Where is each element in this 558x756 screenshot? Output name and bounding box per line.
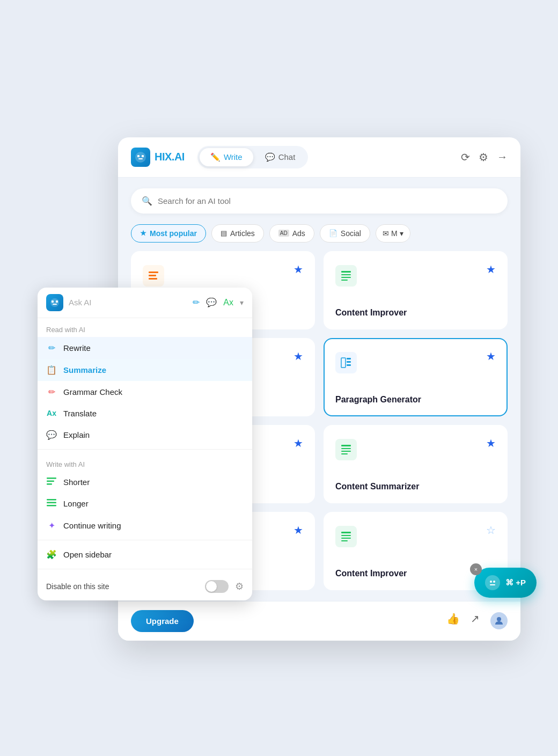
social-icon: 📄 xyxy=(329,229,337,237)
svg-rect-30 xyxy=(341,538,351,539)
svg-rect-28 xyxy=(341,532,351,533)
svg-rect-42 xyxy=(47,505,56,507)
popup-item-translate[interactable]: Ax Translate xyxy=(38,403,252,424)
filter-articles[interactable]: ▤ Articles xyxy=(211,224,264,243)
popup-panel: Ask AI ✏ 💬 Ax ▾ Read with AI ✏ Rewrite 📋… xyxy=(38,288,252,600)
share-icon[interactable]: ↗ xyxy=(471,612,480,629)
search-area: 🔍 xyxy=(118,178,520,220)
upgrade-button[interactable]: Upgrade xyxy=(131,610,194,632)
divider-2 xyxy=(38,540,252,540)
email-icon: ✉ xyxy=(383,229,389,238)
svg-rect-35 xyxy=(56,300,58,303)
card-title-improver1: Content Improver xyxy=(335,308,496,318)
svg-rect-1 xyxy=(137,155,140,157)
cta-text: ⌘ +P xyxy=(505,578,526,588)
user-avatar[interactable] xyxy=(490,612,508,629)
card-paragraph-generator[interactable]: ★ Paragraph Generator xyxy=(324,338,508,416)
svg-rect-2 xyxy=(142,155,144,157)
popup-item-explain[interactable]: 💬 Explain xyxy=(38,424,252,446)
card-icon-summarizer2 xyxy=(335,439,357,460)
floating-cta[interactable]: × ⌘ +P xyxy=(474,568,537,598)
app-footer: Upgrade 👍 ↗ xyxy=(118,601,520,641)
disable-toggle[interactable] xyxy=(205,580,229,593)
card-title-paragraph: Paragraph Generator xyxy=(335,395,496,405)
search-icon: 🔍 xyxy=(142,196,152,206)
svg-rect-31 xyxy=(341,540,348,541)
filter-most-popular[interactable]: ★ Most popular xyxy=(131,224,206,243)
exit-icon[interactable]: → xyxy=(497,151,508,163)
card-icon-improver1 xyxy=(335,265,357,287)
like-icon[interactable]: 👍 xyxy=(446,612,460,629)
search-bar: 🔍 xyxy=(131,188,508,214)
card-icon-improver2 xyxy=(335,526,357,547)
card-star-rewriter[interactable]: ★ xyxy=(293,263,303,276)
popup-toolbar: ✏ 💬 Ax ▾ xyxy=(193,297,244,307)
popup-section-write-label: Write with AI xyxy=(38,453,252,472)
disable-label: Disable on this site xyxy=(46,582,109,591)
popup-chat-icon[interactable]: 💬 xyxy=(206,297,217,307)
svg-rect-4 xyxy=(149,271,158,273)
popup-gear-icon[interactable]: ⚙ xyxy=(235,581,244,592)
card-content-summarizer[interactable]: ★ Content Summarizer xyxy=(324,425,508,503)
popup-item-summarize[interactable]: 📋 Summarize xyxy=(38,359,252,381)
chat-icon: 💬 xyxy=(265,152,275,162)
svg-rect-15 xyxy=(347,358,351,359)
svg-rect-39 xyxy=(47,483,52,485)
popup-translate-icon[interactable]: Ax xyxy=(223,298,233,307)
toggle-knob xyxy=(206,581,217,592)
svg-rect-38 xyxy=(47,480,54,482)
articles-icon: ▤ xyxy=(221,229,227,237)
card-content-improver-1[interactable]: ★ Content Improver xyxy=(324,251,508,329)
filter-more[interactable]: ✉ M ▾ xyxy=(376,224,410,243)
svg-rect-24 xyxy=(341,451,351,452)
chevron-down-icon: ▾ xyxy=(400,229,403,238)
summarize-icon: 📋 xyxy=(46,365,57,375)
svg-rect-7 xyxy=(341,271,351,273)
svg-rect-45 xyxy=(490,584,495,585)
settings-icon[interactable]: ⚙ xyxy=(479,151,488,164)
popup-logo xyxy=(46,294,63,311)
svg-rect-41 xyxy=(47,502,56,503)
popup-chevron-icon[interactable]: ▾ xyxy=(240,298,244,307)
card-star-improver2[interactable]: ☆ xyxy=(486,524,496,537)
popup-item-grammar[interactable]: ✏ Grammar Check xyxy=(38,381,252,403)
continue-icon: ✦ xyxy=(46,520,57,531)
rewrite-icon: ✏ xyxy=(46,343,57,353)
explain-icon: 💬 xyxy=(46,430,57,440)
svg-point-44 xyxy=(493,581,495,583)
card-icon-rewriter xyxy=(143,265,164,287)
popup-item-open-sidebar[interactable]: 🧩 Open sidebar xyxy=(38,544,252,566)
svg-rect-10 xyxy=(341,280,348,281)
popup-item-continue[interactable]: ✦ Continue writing xyxy=(38,515,252,537)
popup-item-rewrite[interactable]: ✏ Rewrite xyxy=(38,337,252,359)
popup-item-longer[interactable]: Longer xyxy=(38,493,252,515)
filter-social[interactable]: 📄 Social xyxy=(320,224,370,243)
svg-rect-17 xyxy=(347,364,351,366)
popup-pencil-icon[interactable]: ✏ xyxy=(193,297,200,307)
history-icon[interactable]: ⟳ xyxy=(461,151,470,164)
card-star-summarizer2[interactable]: ★ xyxy=(486,437,496,450)
card-star-generator[interactable]: ★ xyxy=(293,437,303,450)
tab-chat[interactable]: 💬 Chat xyxy=(254,148,306,166)
svg-rect-37 xyxy=(47,478,56,479)
svg-rect-3 xyxy=(138,158,143,159)
tab-group: ✏️ Write 💬 Chat xyxy=(197,146,308,168)
popup-item-shorter[interactable]: Shorter xyxy=(38,472,252,493)
star-icon: ★ xyxy=(140,229,146,237)
card-star-improver1[interactable]: ★ xyxy=(486,263,496,276)
card-star-partial7[interactable]: ★ xyxy=(293,524,303,537)
search-input[interactable] xyxy=(158,196,497,205)
tab-write[interactable]: ✏️ Write xyxy=(200,148,253,166)
svg-rect-5 xyxy=(149,275,156,276)
filter-ads[interactable]: AD Ads xyxy=(269,224,314,243)
translate-icon: Ax xyxy=(46,409,57,417)
svg-rect-16 xyxy=(347,361,351,363)
svg-rect-8 xyxy=(341,274,351,275)
card-star-paragraph[interactable]: ★ xyxy=(486,350,496,363)
close-cta-button[interactable]: × xyxy=(470,563,482,575)
card-star-summarizer[interactable]: ★ xyxy=(293,350,303,363)
filter-pills: ★ Most popular ▤ Articles AD Ads 📄 Socia… xyxy=(118,220,520,251)
card-title-summarizer2: Content Summarizer xyxy=(335,482,496,491)
footer-icons: 👍 ↗ xyxy=(446,612,508,629)
logo-text: HIX.AI xyxy=(155,151,185,163)
